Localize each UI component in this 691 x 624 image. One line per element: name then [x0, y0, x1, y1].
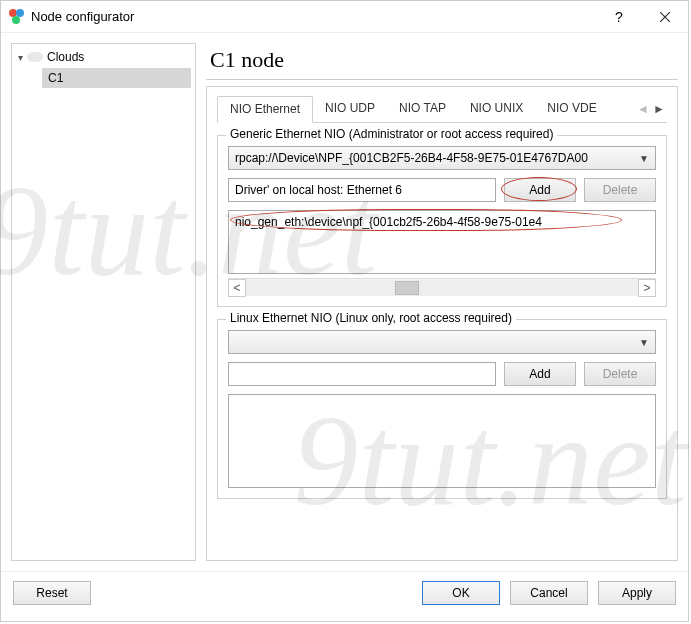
tree-item-c1[interactable]: C1: [42, 68, 191, 88]
tab-nio-ethernet[interactable]: NIO Ethernet: [217, 96, 313, 123]
linux-group-title: Linux Ethernet NIO (Linux only, root acc…: [226, 311, 516, 325]
generic-dropdown-value: rpcap://\Device\NPF_{001CB2F5-26B4-4F58-…: [235, 151, 588, 165]
generic-name-input[interactable]: Driver' on local host: Ethernet 6: [228, 178, 496, 202]
app-icon: [9, 9, 25, 25]
dialog-footer: Reset OK Cancel Apply: [1, 571, 688, 613]
generic-group-title: Generic Ethernet NIO (Administrator or r…: [226, 127, 557, 141]
tree-item-label: C1: [48, 71, 63, 85]
linux-nio-listbox[interactable]: [228, 394, 656, 488]
tab-nio-tap[interactable]: NIO TAP: [387, 96, 458, 121]
tab-nio-udp[interactable]: NIO UDP: [313, 96, 387, 121]
scroll-track[interactable]: [246, 280, 638, 296]
tree-panel[interactable]: ▾ Clouds C1: [11, 43, 196, 561]
linux-ethernet-group: Linux Ethernet NIO (Linux only, root acc…: [217, 319, 667, 499]
tab-nio-unix[interactable]: NIO UNIX: [458, 96, 535, 121]
reset-button[interactable]: Reset: [13, 581, 91, 605]
generic-name-value: Driver' on local host: Ethernet 6: [235, 183, 402, 197]
config-box: NIO Ethernet NIO UDP NIO TAP NIO UNIX NI…: [206, 86, 678, 561]
scroll-left-icon[interactable]: <: [228, 279, 246, 297]
linux-device-dropdown[interactable]: ▼: [228, 330, 656, 354]
tree-root-label: Clouds: [47, 50, 84, 64]
dropdown-arrow-icon: ▼: [639, 337, 649, 348]
cancel-button[interactable]: Cancel: [510, 581, 588, 605]
generic-nio-listbox[interactable]: nio_gen_eth:\device\npf_{001cb2f5-26b4-4…: [228, 210, 656, 274]
generic-add-button[interactable]: Add: [504, 178, 576, 202]
page-title: C1 node: [206, 43, 678, 80]
tab-scroll-right-icon[interactable]: ►: [651, 99, 667, 119]
ok-button[interactable]: OK: [422, 581, 500, 605]
title-bar: Node configurator ?: [1, 1, 688, 33]
chevron-down-icon[interactable]: ▾: [18, 52, 23, 63]
horizontal-scrollbar[interactable]: < >: [228, 278, 656, 296]
linux-delete-button[interactable]: Delete: [584, 362, 656, 386]
linux-add-button[interactable]: Add: [504, 362, 576, 386]
tree-root-clouds[interactable]: ▾ Clouds: [16, 48, 191, 66]
close-button[interactable]: [642, 1, 688, 32]
linux-name-input[interactable]: [228, 362, 496, 386]
apply-button[interactable]: Apply: [598, 581, 676, 605]
generic-delete-button[interactable]: Delete: [584, 178, 656, 202]
generic-list-item[interactable]: nio_gen_eth:\device\npf_{001cb2f5-26b4-4…: [235, 215, 542, 229]
window-title: Node configurator: [31, 9, 134, 24]
dropdown-arrow-icon: ▼: [639, 153, 649, 164]
generic-device-dropdown[interactable]: rpcap://\Device\NPF_{001CB2F5-26B4-4F58-…: [228, 146, 656, 170]
generic-ethernet-group: Generic Ethernet NIO (Administrator or r…: [217, 135, 667, 307]
tabs-row: NIO Ethernet NIO UDP NIO TAP NIO UNIX NI…: [217, 95, 667, 123]
scroll-thumb[interactable]: [395, 281, 419, 295]
scroll-right-icon[interactable]: >: [638, 279, 656, 297]
cloud-icon: [27, 52, 43, 62]
tab-scroll-left-icon[interactable]: ◄: [635, 99, 651, 119]
tab-nio-vde[interactable]: NIO VDE: [535, 96, 608, 121]
help-button[interactable]: ?: [596, 1, 642, 32]
